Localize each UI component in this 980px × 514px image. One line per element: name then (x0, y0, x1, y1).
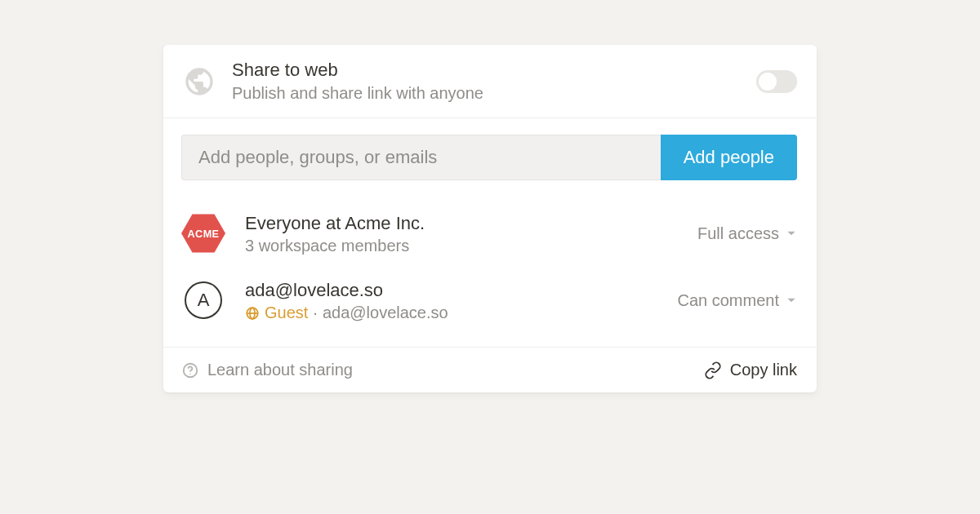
member-row-guest: A ada@lovelace.so Guest · ada@lovelace.s… (181, 267, 797, 334)
panel-footer: Learn about sharing Copy link (163, 347, 817, 392)
help-icon (181, 361, 199, 379)
globe-icon (181, 64, 217, 100)
member-info: Everyone at Acme Inc. 3 workspace member… (245, 212, 691, 256)
add-people-button[interactable]: Add people (661, 135, 797, 180)
separator: · (313, 304, 318, 322)
learn-about-sharing-link[interactable]: Learn about sharing (181, 361, 353, 379)
guest-badge: Guest (265, 304, 308, 322)
access-dropdown[interactable]: Can comment (671, 288, 798, 313)
svg-point-6 (189, 374, 190, 374)
share-to-web-text: Share to web Publish and share link with… (232, 60, 756, 103)
avatar-letter: A (185, 281, 222, 319)
member-info: ada@lovelace.so Guest · ada@lovelace.so (245, 279, 671, 323)
acme-logo-icon: ACME (181, 211, 225, 255)
access-label: Full access (697, 224, 779, 243)
member-name: ada@lovelace.so (245, 279, 671, 302)
globe-small-icon (245, 306, 260, 321)
member-name: Everyone at Acme Inc. (245, 212, 691, 235)
access-dropdown[interactable]: Full access (691, 221, 797, 246)
member-subtitle: 3 workspace members (245, 237, 691, 255)
member-subtitle: Guest · ada@lovelace.so (245, 304, 671, 322)
member-email: ada@lovelace.so (323, 304, 448, 322)
share-to-web-section: Share to web Publish and share link with… (163, 45, 817, 118)
chevron-down-icon (786, 295, 797, 306)
learn-label: Learn about sharing (207, 361, 353, 379)
member-row-workspace: ACME Everyone at Acme Inc. 3 workspace m… (181, 200, 797, 267)
avatar: A (181, 278, 225, 322)
svg-text:ACME: ACME (188, 229, 220, 241)
share-to-web-toggle[interactable] (756, 70, 797, 93)
share-to-web-title: Share to web (232, 60, 756, 81)
access-label: Can comment (678, 291, 780, 310)
link-icon (704, 361, 722, 379)
copy-link-label: Copy link (730, 361, 797, 379)
chevron-down-icon (786, 228, 797, 239)
member-list: ACME Everyone at Acme Inc. 3 workspace m… (163, 197, 817, 347)
invite-row: Add people (163, 118, 817, 197)
share-to-web-subtitle: Publish and share link with anyone (232, 84, 756, 103)
share-panel: Share to web Publish and share link with… (163, 45, 817, 392)
toggle-knob (759, 73, 777, 91)
invite-input[interactable] (181, 135, 661, 180)
copy-link-button[interactable]: Copy link (704, 361, 797, 379)
